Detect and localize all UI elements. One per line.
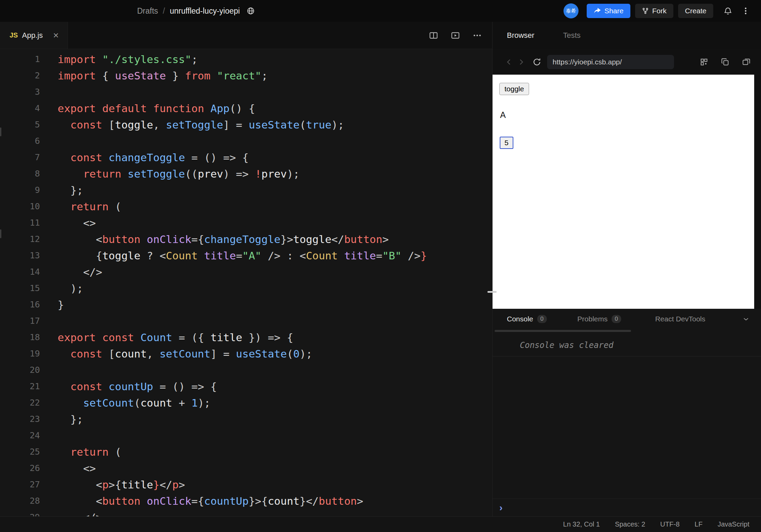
code-line[interactable]: 12 <button onClick={changeToggle}>toggle… (0, 231, 492, 247)
code-line[interactable]: 10 return ( (0, 198, 492, 215)
forward-icon[interactable] (515, 56, 527, 68)
code-line-content: return setToggle((prev) => !prev); (58, 166, 299, 182)
code-line[interactable]: 18export const Count = ({ title }) => { (0, 329, 492, 346)
code-line[interactable]: 28 <button onClick={countUp}>{count}</bu… (0, 493, 492, 509)
code-line-content: const [count, setCount] = useState(0); (58, 346, 312, 362)
encoding[interactable]: UTF-8 (660, 520, 680, 528)
code-line[interactable]: 27 <p>{title}</p> (0, 476, 492, 493)
panel-tabbar: Browser Tests (493, 22, 761, 49)
browser-nav-actions (698, 56, 761, 69)
code-line[interactable]: 13 {toggle ? <Count title="A" /> : <Coun… (0, 247, 492, 264)
more-actions-icon[interactable] (470, 29, 484, 42)
code-line-content: </> (58, 264, 102, 280)
code-line[interactable]: 20 (0, 362, 492, 378)
fork-button[interactable]: Fork (635, 4, 673, 18)
kebab-menu-icon[interactable] (739, 4, 752, 17)
eol[interactable]: LF (694, 520, 702, 528)
code-line[interactable]: 6 (0, 133, 492, 149)
code-line-content: return ( (58, 444, 121, 460)
tab-tests[interactable]: Tests (563, 31, 581, 40)
console-tabbar: Console 0 Problems 0 React DevTools (493, 309, 761, 329)
notifications-bell-icon[interactable] (721, 4, 734, 17)
line-number: 26 (0, 460, 40, 476)
editor-edge-handle[interactable] (0, 127, 1, 136)
code-line-content: {toggle ? <Count title="A" /> : <Count t… (58, 247, 427, 264)
code-line[interactable]: 26 <> (0, 460, 492, 476)
tab-console[interactable]: Console (507, 315, 533, 323)
code-line[interactable]: 14 </> (0, 264, 492, 280)
preview-toggle-button[interactable]: toggle (499, 83, 529, 95)
preview-count-button[interactable]: 5 (500, 137, 513, 149)
code-line[interactable]: 5 const [toggle, setToggle] = useState(t… (0, 117, 492, 133)
avatar[interactable]: 泰希 (564, 3, 579, 18)
code-line[interactable]: 8 return setToggle((prev) => !prev); (0, 166, 492, 182)
code-line[interactable]: 23 }; (0, 411, 492, 427)
code-line[interactable]: 7 const changeToggle = () => { (0, 149, 492, 166)
code-line-content: import { useState } from "react"; (58, 67, 268, 84)
split-view-icon[interactable] (427, 29, 440, 42)
copy-icon[interactable] (719, 56, 732, 69)
tab-react-devtools[interactable]: React DevTools (655, 315, 705, 323)
editor-pane: JS App.js × (0, 22, 492, 516)
code-line[interactable]: 11 <> (0, 215, 492, 231)
tab-browser[interactable]: Browser (507, 31, 535, 40)
code-line[interactable]: 1import "./styles.css"; (0, 51, 492, 67)
code-line[interactable]: 25 return ( (0, 444, 492, 460)
code-line[interactable]: 9 }; (0, 182, 492, 198)
code-line[interactable]: 3 (0, 84, 492, 100)
code-line[interactable]: 29 </> (0, 509, 492, 516)
back-icon[interactable] (503, 56, 515, 68)
code-line[interactable]: 2import { useState } from "react"; (0, 67, 492, 84)
code-line-content: </> (58, 509, 102, 516)
share-button[interactable]: Share (587, 4, 630, 18)
breadcrumb-drafts[interactable]: Drafts (137, 6, 158, 16)
create-button[interactable]: Create (678, 4, 713, 18)
breadcrumb: Drafts / unruffled-lucy-yioepi (137, 6, 255, 16)
line-number: 14 (0, 264, 40, 280)
line-number: 15 (0, 280, 40, 297)
chevron-down-icon[interactable] (742, 315, 750, 323)
code-line[interactable]: 22 setCount(count + 1); (0, 395, 492, 411)
console-input[interactable]: › (493, 499, 761, 516)
javascript-file-icon: JS (10, 31, 18, 39)
editor-edge-handle[interactable] (0, 229, 1, 238)
indentation[interactable]: Spaces: 2 (615, 520, 645, 528)
refresh-icon[interactable] (531, 56, 543, 68)
line-number: 4 (0, 100, 40, 117)
code-line-content: export default function App() { (58, 100, 255, 117)
globe-icon[interactable] (247, 7, 255, 15)
line-number: 27 (0, 476, 40, 493)
code-line[interactable]: 4export default function App() { (0, 100, 492, 117)
code-line-content: <> (58, 215, 96, 231)
code-line-content: }; (58, 411, 83, 427)
code-line[interactable]: 16} (0, 297, 492, 313)
line-number: 23 (0, 411, 40, 427)
close-icon[interactable]: × (53, 31, 59, 40)
code-line[interactable]: 15 ); (0, 280, 492, 297)
breadcrumb-separator: / (163, 6, 165, 16)
code-line[interactable]: 17 (0, 313, 492, 329)
preview-title-text: A (500, 110, 506, 120)
cursor-position[interactable]: Ln 32, Col 1 (563, 520, 600, 528)
open-preview-icon[interactable] (449, 29, 462, 42)
topbar-actions: 泰希 Share Fork Create (564, 3, 761, 18)
line-number: 29 (0, 509, 40, 516)
code-line[interactable]: 21 const countUp = () => { (0, 378, 492, 395)
console-count-badge: 0 (537, 315, 546, 323)
tab-problems[interactable]: Problems (577, 315, 608, 323)
console-prompt-icon: › (499, 502, 502, 513)
code-editor[interactable]: 1import "./styles.css";2import { useStat… (0, 49, 492, 516)
line-number: 21 (0, 378, 40, 395)
panel-resize-handle[interactable] (487, 291, 497, 293)
qr-code-icon[interactable] (698, 56, 711, 69)
language-mode[interactable]: JavaScript (718, 520, 749, 528)
code-line[interactable]: 19 const [count, setCount] = useState(0)… (0, 346, 492, 362)
url-input[interactable]: https://yioepi.csb.app/ (547, 55, 674, 69)
code-line[interactable]: 24 (0, 427, 492, 444)
browser-navbar: https://yioepi.csb.app/ (493, 49, 761, 75)
open-new-window-icon[interactable] (740, 56, 753, 69)
console-output (493, 356, 761, 499)
tab-app-js[interactable]: JS App.js × (0, 22, 68, 49)
scrollbar-thumb[interactable] (495, 330, 631, 332)
code-line-content: const changeToggle = () => { (58, 149, 249, 166)
